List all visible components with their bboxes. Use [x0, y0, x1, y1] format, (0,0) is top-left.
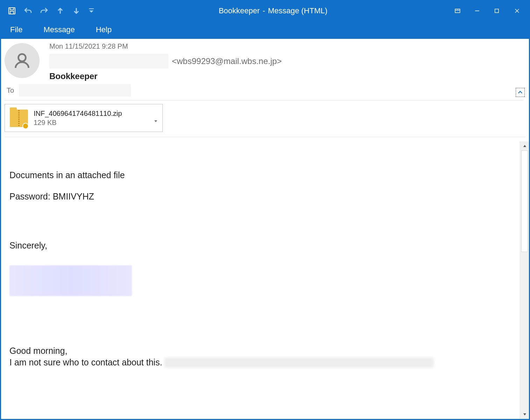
reply-line: I am not sure who to contact about this. — [9, 357, 162, 369]
scrollbar-thumb[interactable] — [521, 150, 528, 252]
maximize-button[interactable] — [487, 3, 507, 19]
save-icon[interactable] — [4, 3, 20, 19]
scroll-down-button[interactable] — [520, 410, 529, 419]
scroll-up-button[interactable] — [520, 141, 529, 150]
window-title-separator: - — [263, 6, 265, 15]
scrollbar-track[interactable] — [520, 150, 529, 410]
collapse-header-button[interactable] — [516, 88, 525, 97]
menu-help[interactable]: Help — [94, 24, 114, 36]
menu-bar: File Message Help — [1, 21, 529, 39]
undo-icon[interactable] — [20, 3, 36, 19]
attachment-menu-caret-icon[interactable] — [153, 119, 159, 124]
svg-rect-7 — [495, 9, 499, 13]
window-controls — [448, 3, 528, 19]
body-line: Password: BMIIVYHZ — [9, 191, 511, 202]
body-line: Documents in an attached file — [9, 169, 511, 181]
svg-point-10 — [19, 54, 26, 61]
window-title-subject: Bookkeeper — [219, 6, 260, 15]
reply-greeting: Good morning, — [9, 345, 511, 357]
close-button[interactable] — [507, 3, 528, 19]
ribbon-display-options-icon[interactable] — [448, 3, 467, 19]
attachment-name: INF_4069641746481110.zip — [34, 109, 122, 118]
to-recipient-redacted — [19, 84, 131, 97]
previous-item-up-icon[interactable] — [52, 3, 68, 19]
sender-email: <wbs99293@mail.wbs.ne.jp> — [172, 56, 282, 66]
reply-text-redacted — [164, 357, 434, 368]
next-item-down-icon[interactable] — [68, 3, 84, 19]
title-bar: Bookkeeper - Message (HTML) — [1, 1, 529, 21]
redo-icon[interactable] — [36, 3, 52, 19]
quoted-reply: Good morning, I am not sure who to conta… — [9, 345, 511, 369]
minimize-button[interactable] — [467, 3, 487, 19]
svg-rect-1 — [10, 8, 14, 10]
vertical-scrollbar[interactable] — [520, 141, 529, 419]
attachments-bar: INF_4069641746481110.zip 129 KB — [1, 100, 529, 141]
message-subject: Bookkeeper — [49, 71, 282, 81]
signature-redacted — [9, 265, 132, 296]
body-signoff: Sincerely, — [9, 240, 511, 251]
window-title: Bookkeeper - Message (HTML) — [98, 6, 448, 15]
sender-avatar — [5, 43, 40, 78]
sender-name-redacted — [49, 54, 168, 69]
attachment-size: 129 KB — [34, 118, 122, 127]
svg-rect-4 — [455, 9, 460, 13]
message-header: Mon 11/15/2021 9:28 PM <wbs99293@mail.wb… — [1, 39, 529, 100]
message-body: Documents in an attached file Password: … — [1, 141, 520, 419]
window-title-suffix: Message (HTML) — [268, 6, 327, 15]
svg-rect-2 — [10, 11, 14, 14]
menu-file[interactable]: File — [8, 24, 25, 36]
zip-file-icon — [10, 107, 28, 128]
menu-message[interactable]: Message — [41, 24, 77, 36]
to-label: To — [7, 86, 14, 94]
attachment-item[interactable]: INF_4069641746481110.zip 129 KB — [5, 104, 163, 132]
customize-qat-icon[interactable] — [84, 3, 98, 19]
quick-access-toolbar — [4, 3, 98, 19]
sent-date: Mon 11/15/2021 9:28 PM — [49, 42, 282, 50]
